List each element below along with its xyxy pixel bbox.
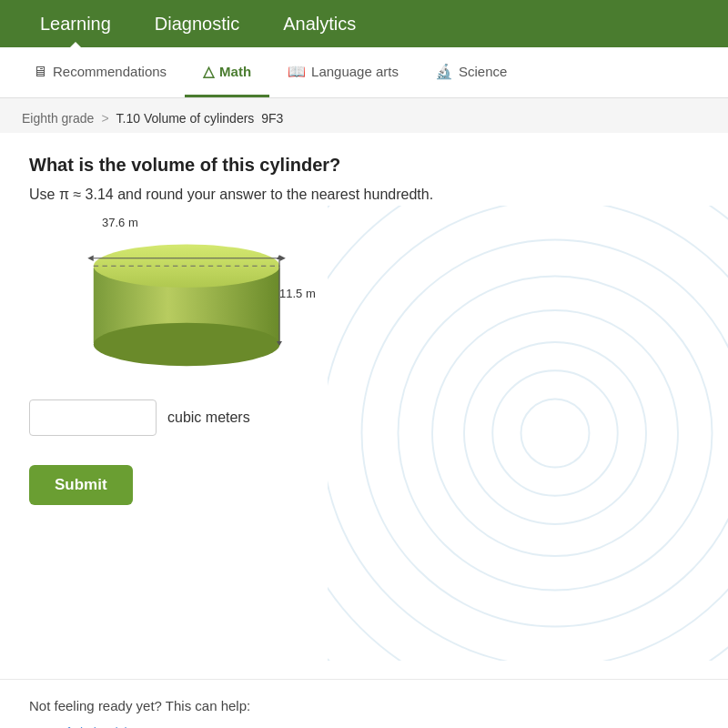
- height-arrow: [270, 255, 288, 346]
- tab-science[interactable]: 🔬 Science: [417, 48, 525, 97]
- recommendations-icon: 🖥: [33, 64, 47, 80]
- breadcrumb-separator: >: [101, 111, 108, 126]
- svg-point-12: [94, 323, 280, 366]
- tab-recommendations[interactable]: 🖥 Recommendations: [15, 49, 185, 97]
- cylinder-svg: [84, 232, 339, 369]
- nav-learning[interactable]: Learning: [18, 1, 133, 47]
- tab-language-arts[interactable]: 📖 Language arts: [269, 48, 417, 97]
- unit-label: cubic meters: [167, 410, 250, 426]
- nav-analytics[interactable]: Analytics: [261, 1, 378, 47]
- tab-math[interactable]: △ Math: [185, 48, 269, 97]
- radius-label: 37.6 m: [102, 216, 138, 229]
- nav-diagnostic[interactable]: Diagnostic: [133, 1, 261, 47]
- svg-marker-16: [87, 255, 93, 260]
- breadcrumb-grade[interactable]: Eighth grade: [22, 111, 94, 126]
- math-icon: △: [203, 63, 214, 80]
- top-navigation: Learning Diagnostic Analytics: [0, 0, 728, 47]
- question-subtitle: Use π ≈ 3.14 and round your answer to th…: [29, 187, 699, 203]
- sub-navigation: 🖥 Recommendations △ Math 📖 Language arts…: [0, 47, 728, 98]
- svg-marker-19: [277, 255, 282, 259]
- svg-marker-20: [277, 341, 282, 346]
- help-section: Not feeling ready yet? This can help: Ar…: [0, 679, 728, 728]
- answer-section: cubic meters: [29, 399, 699, 436]
- language-arts-icon: 📖: [288, 63, 306, 80]
- answer-input[interactable]: [29, 399, 157, 436]
- science-icon: 🔬: [435, 63, 453, 80]
- main-content: .ripple { fill: none; stroke: #a0c8e0; s…: [0, 133, 728, 679]
- breadcrumb: Eighth grade > T.10 Volume of cylinders …: [0, 98, 728, 133]
- submit-button[interactable]: Submit: [29, 465, 133, 505]
- cylinder-illustration: 37.6 m: [84, 232, 357, 378]
- breadcrumb-topic: T.10 Volume of cylinders 9F3: [116, 111, 284, 126]
- question-title: What is the volume of this cylinder?: [29, 155, 699, 176]
- help-title: Not feeling ready yet? This can help:: [29, 698, 699, 713]
